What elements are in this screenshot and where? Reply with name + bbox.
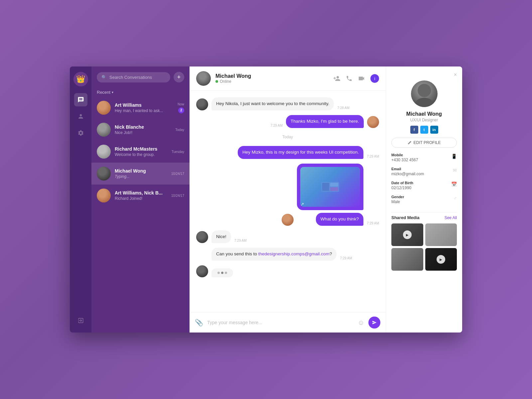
message-bubble: What do you think?	[316, 213, 364, 226]
message-avatar	[196, 98, 208, 110]
user-avatar[interactable]: 👑	[73, 72, 88, 86]
conv-meta: 10/24/17	[171, 172, 184, 176]
conv-name: Michael Wong	[115, 168, 167, 174]
chat-main: Michael Wong Online i	[190, 66, 386, 332]
typing-indicator-row	[196, 265, 379, 277]
conversation-item-nick-blanche[interactable]: Nick Blanche Nice Job!! Today	[91, 119, 190, 141]
play-button-4[interactable]: ▶	[437, 255, 445, 264]
search-box[interactable]: 🔍	[97, 72, 170, 82]
message-bubble: Hey Mizko, this is my design for this we…	[238, 146, 363, 159]
conversation-item-richard-mcmasters[interactable]: Richard McMasters Welcome to the group. …	[91, 141, 190, 163]
email-link[interactable]: thedesignership.comps@gmail.com	[258, 251, 330, 256]
media-thumb-3[interactable]	[391, 248, 423, 271]
phone-icon[interactable]	[346, 75, 352, 82]
chat-contact-name: Michael Wong	[215, 73, 329, 79]
video-icon[interactable]	[358, 75, 365, 82]
mobile-value: +430 332 4567	[391, 158, 418, 162]
profile-info-section: Mobile +430 332 4567 📱 Email mizko@gmail…	[391, 153, 457, 204]
nav-settings-icon[interactable]	[74, 126, 87, 140]
date-divider: Today	[196, 135, 379, 139]
message-row: Thanks Mizko, I'm glad to be here. 7:29 …	[196, 115, 379, 128]
message-time: 7:29 AM	[270, 124, 283, 127]
nav-contacts-icon[interactable]	[74, 110, 87, 123]
avatar-michael-wong	[97, 167, 111, 181]
conv-preview: Hey man, I wanted to ask...	[115, 108, 174, 113]
typing-dot-2	[221, 272, 223, 274]
twitter-icon[interactable]: t	[420, 126, 428, 134]
conversation-item-art-williams[interactable]: Art Williams Hey man, I wanted to ask...…	[91, 97, 190, 119]
send-button[interactable]	[368, 317, 380, 329]
profile-close-button[interactable]: ×	[454, 72, 457, 78]
play-button-1[interactable]: ▶	[403, 230, 412, 239]
search-input[interactable]	[109, 75, 166, 80]
typing-avatar	[196, 265, 208, 277]
svg-point-4	[418, 84, 431, 97]
emoji-icon[interactable]: ☺	[358, 319, 364, 327]
svg-point-5	[415, 98, 434, 107]
nav-chat-icon[interactable]	[74, 93, 87, 106]
profile-avatar-wrap	[391, 80, 457, 107]
profile-email-row: Email mizko@gmail.com ✉	[391, 167, 457, 176]
gender-label: Gender	[391, 195, 404, 199]
avatar-art-williams	[97, 101, 111, 115]
email-value: mizko@gmail.com	[391, 172, 424, 176]
conversation-list: Art Williams Hey man, I wanted to ask...…	[91, 97, 190, 332]
left-nav: 👑	[70, 66, 91, 332]
profile-dob-row: Date of Birth 02/12/1990 📅	[391, 181, 457, 190]
attach-icon[interactable]: 📎	[195, 319, 203, 327]
profile-title: UX/UI Designer	[391, 118, 457, 122]
conv-time: Today	[175, 128, 184, 132]
message-input[interactable]	[207, 320, 354, 325]
conv-name: Art Williams	[115, 102, 174, 108]
shared-media-header: Shared Media See All	[391, 215, 457, 220]
email-label: Email	[391, 167, 424, 171]
logout-icon[interactable]	[74, 314, 87, 327]
share-icon: ↗	[300, 201, 304, 207]
conversation-item-group[interactable]: Art Williams, Nick B... Richard Joined! …	[91, 185, 190, 206]
add-conversation-button[interactable]: +	[174, 72, 184, 82]
message-row-image: 7:29 AM ↗ What do you t	[196, 164, 379, 226]
svg-rect-2	[330, 183, 338, 187]
edit-profile-button[interactable]: EDIT PROFILE	[391, 138, 457, 148]
conv-meta: Tuesday	[172, 150, 184, 154]
linkedin-icon[interactable]: in	[430, 126, 438, 134]
profile-avatar	[411, 80, 438, 107]
conv-time: 10/24/17	[171, 194, 184, 198]
message-time: 7:29 AM	[340, 256, 352, 260]
typing-dot-3	[225, 272, 227, 274]
sidebar: 🔍 + Recent ▾ Art Williams Hey man, I wan…	[91, 66, 190, 332]
profile-mobile-info: Mobile +430 332 4567	[391, 153, 418, 162]
media-thumb-2[interactable]	[425, 223, 457, 246]
gender-value: Male	[391, 200, 404, 204]
message-row: 7:29 AM Hey Mizko, this is my design for…	[196, 146, 379, 159]
profile-dob-info: Date of Birth 02/12/1990	[391, 181, 413, 190]
message-time: 7:28 AM	[337, 106, 349, 110]
svg-rect-3	[330, 187, 338, 191]
message-image-bubble: ↗	[297, 164, 363, 210]
chat-header-actions: i	[333, 74, 379, 83]
phone-info-icon: 📱	[451, 154, 457, 159]
profile-name: Michael Wong	[391, 111, 457, 117]
conv-meta: 10/24/17	[171, 194, 184, 198]
edit-profile-label: EDIT PROFILE	[414, 140, 441, 145]
conv-name: Richard McMasters	[115, 146, 168, 152]
chat-header-info: Michael Wong Online	[215, 73, 329, 84]
conv-info-art-williams: Art Williams Hey man, I wanted to ask...	[115, 102, 174, 113]
message-avatar	[196, 231, 208, 243]
avatar-richard-mcmasters	[97, 145, 111, 159]
shared-image	[300, 167, 360, 207]
media-thumb-4[interactable]: ▶	[425, 248, 457, 271]
message-row: Can you send this to thedesignership.com…	[196, 248, 379, 261]
media-thumb-1[interactable]: ▶	[391, 223, 423, 246]
facebook-icon[interactable]: f	[410, 126, 418, 134]
chat-input-bar: 📎 ☺	[190, 312, 386, 332]
info-icon[interactable]: i	[370, 74, 379, 83]
add-user-icon[interactable]	[333, 75, 340, 82]
shared-media-label: Shared Media	[391, 215, 420, 220]
see-all-button[interactable]: See All	[445, 215, 457, 220]
recent-chevron: ▾	[112, 90, 113, 94]
conv-preview: Nice Job!!	[115, 130, 171, 135]
profile-panel: × Michael Wong UX/UI Designer f t in EDI…	[386, 66, 462, 332]
chat-contact-avatar	[196, 71, 211, 86]
conversation-item-michael-wong[interactable]: Michael Wong Typing... 10/24/17	[91, 163, 190, 185]
